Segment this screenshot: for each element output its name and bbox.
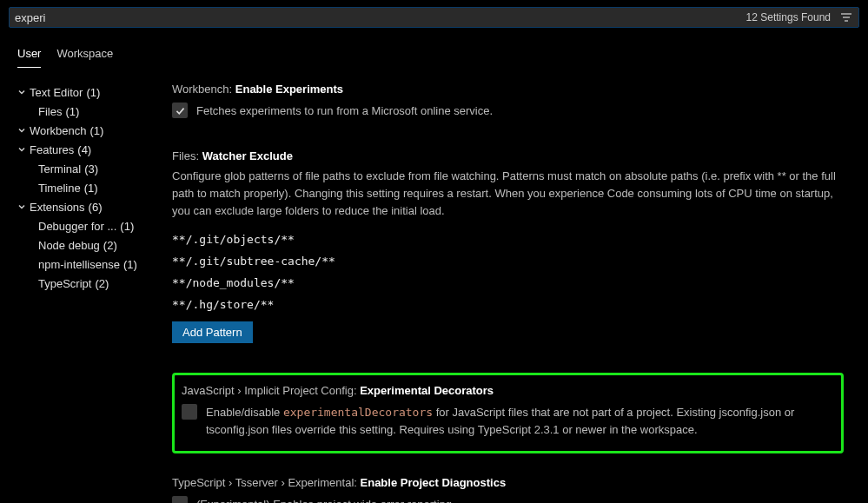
tree-item-count: (1) xyxy=(65,105,79,118)
setting-description: Enable/disable experimentalDecorators fo… xyxy=(206,404,834,439)
setting-name: Watcher Exclude xyxy=(202,149,293,162)
tree-group[interactable]: Extensions (6) xyxy=(16,197,172,216)
settings-scope-tabs: User Workspace xyxy=(9,43,859,69)
setting-project-diagnostics: TypeScript › Tsserver › Experimental: En… xyxy=(172,476,844,503)
tab-workspace[interactable]: Workspace xyxy=(56,43,113,68)
add-pattern-button[interactable]: Add Pattern xyxy=(172,321,253,343)
tree-item-label: Features xyxy=(30,143,74,156)
setting-prefix: JavaScript › Implicit Project Config: xyxy=(182,384,357,397)
search-input[interactable] xyxy=(15,11,739,24)
glob-pattern-item[interactable]: **/.hg/store/** xyxy=(172,298,844,311)
code-inline: experimentalDecorators xyxy=(283,406,433,419)
tree-item-label: Extensions xyxy=(30,201,85,214)
settings-content: Workbench: Enable Experiments Fetches ex… xyxy=(172,83,859,503)
tree-item-count: (1) xyxy=(86,86,100,99)
tab-user[interactable]: User xyxy=(17,43,41,68)
setting-name: Experimental Decorators xyxy=(360,384,494,397)
setting-description: Fetches experiments to run from a Micros… xyxy=(196,103,493,120)
tree-item-label: npm-intellisense xyxy=(38,258,120,271)
chevron-down-icon xyxy=(16,125,28,136)
tree-item-count: (1) xyxy=(123,258,137,271)
settings-search-bar[interactable]: 12 Settings Found xyxy=(9,7,859,28)
tree-item-label: Files xyxy=(38,105,62,118)
tree-item-count: (4) xyxy=(77,143,91,156)
tree-leaf[interactable]: npm-intellisense (1) xyxy=(16,255,172,274)
tree-leaf[interactable]: Timeline (1) xyxy=(16,178,172,197)
tree-item-label: Workbench xyxy=(30,124,87,137)
setting-prefix: Files: xyxy=(172,149,199,162)
setting-enable-experiments: Workbench: Enable Experiments Fetches ex… xyxy=(172,83,844,120)
setting-description: (Experimental) Enables project wide erro… xyxy=(196,496,455,503)
tree-item-label: Node debug xyxy=(38,239,100,252)
tree-item-count: (1) xyxy=(84,182,98,195)
setting-name: Enable Experiments xyxy=(235,83,343,96)
glob-pattern-item[interactable]: **/node_modules/** xyxy=(172,276,844,289)
tree-item-label: Text Editor xyxy=(30,86,83,99)
checkbox-experimental-decorators[interactable] xyxy=(182,404,197,420)
tree-leaf[interactable]: Node debug (2) xyxy=(16,235,172,255)
tree-item-count: (3) xyxy=(84,162,98,175)
glob-pattern-list: **/.git/objects/****/.git/subtree-cache/… xyxy=(172,233,844,311)
checkbox-enable-experiments[interactable] xyxy=(172,103,188,118)
tree-item-count: (2) xyxy=(103,239,117,252)
setting-watcher-exclude: Files: Watcher Exclude Configure glob pa… xyxy=(172,149,844,342)
checkbox-project-diagnostics[interactable] xyxy=(172,496,188,503)
tree-leaf[interactable]: TypeScript (2) xyxy=(16,274,172,293)
tree-leaf[interactable]: Files (1) xyxy=(16,102,172,121)
tree-item-label: Timeline xyxy=(38,182,81,195)
setting-prefix: TypeScript › Tsserver › Experimental: xyxy=(172,476,357,489)
chevron-down-icon xyxy=(16,87,28,97)
tree-item-count: (6) xyxy=(89,201,103,214)
tree-item-label: Debugger for ... xyxy=(38,220,116,233)
tree-item-count: (1) xyxy=(120,220,134,233)
tree-leaf[interactable]: Debugger for ... (1) xyxy=(16,216,172,235)
tree-item-count: (2) xyxy=(95,277,109,290)
setting-prefix: Workbench: xyxy=(172,83,232,96)
tree-item-count: (1) xyxy=(90,124,104,137)
settings-tree: Text Editor (1)Files (1)Workbench (1)Fea… xyxy=(9,83,172,503)
tree-item-label: Terminal xyxy=(38,162,81,175)
tree-item-label: TypeScript xyxy=(38,277,91,290)
glob-pattern-item[interactable]: **/.git/subtree-cache/** xyxy=(172,255,844,268)
filter-icon[interactable] xyxy=(839,10,853,24)
tree-group[interactable]: Text Editor (1) xyxy=(16,83,172,102)
tree-group[interactable]: Features (4) xyxy=(16,140,172,159)
highlighted-setting: JavaScript › Implicit Project Config: Ex… xyxy=(172,373,844,453)
chevron-down-icon xyxy=(16,144,28,155)
chevron-down-icon xyxy=(16,202,28,212)
setting-name: Enable Project Diagnostics xyxy=(361,476,507,489)
tree-group[interactable]: Workbench (1) xyxy=(16,121,172,140)
tree-leaf[interactable]: Terminal (3) xyxy=(16,159,172,178)
search-result-count: 12 Settings Found xyxy=(746,11,831,23)
glob-pattern-item[interactable]: **/.git/objects/** xyxy=(172,233,844,246)
setting-description: Configure glob patterns of file paths to… xyxy=(172,168,844,220)
